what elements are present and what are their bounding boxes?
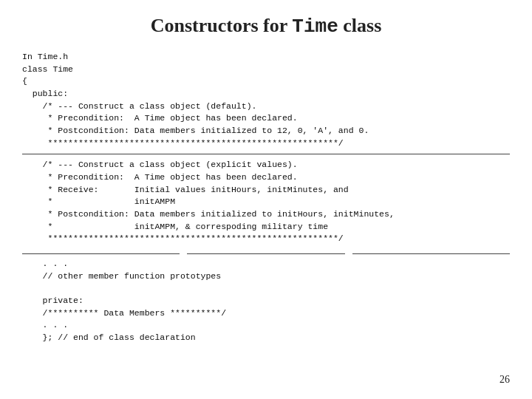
- triple-divider: [22, 249, 510, 254]
- title-prefix: Constructors for: [151, 15, 293, 36]
- code-section-2: /* --- Construct a class object (explici…: [22, 159, 510, 245]
- page-number: 26: [499, 374, 510, 386]
- divider-seg-3: [352, 253, 510, 254]
- divider-1: [22, 154, 510, 154]
- code-section-3: . . . // other member function prototype…: [22, 258, 510, 344]
- title-suffix: class: [338, 15, 382, 36]
- code-section-1: In Time.h class Time { public: /* --- Co…: [22, 51, 510, 149]
- title-mono: Time: [292, 16, 338, 38]
- divider-seg-2: [187, 253, 344, 254]
- slide-title: Constructors for Time class: [22, 15, 510, 38]
- divider-seg-1: [22, 253, 180, 254]
- slide: Constructors for Time class In Time.h cl…: [0, 0, 532, 399]
